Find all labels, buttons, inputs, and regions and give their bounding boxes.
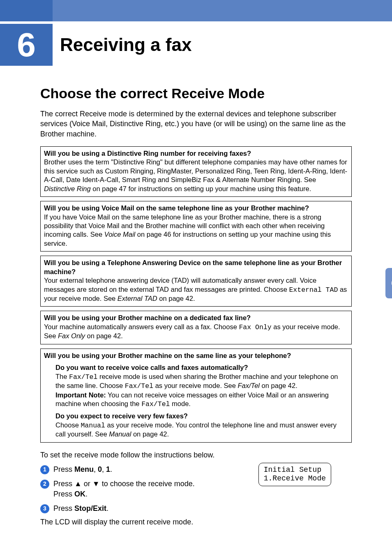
step-text: Press <box>53 465 74 473</box>
step-3: 3 Press Stop/Exit. <box>40 503 352 514</box>
body-text: Brother uses the term "Distinctive Ring"… <box>44 158 347 183</box>
body-text: The <box>55 373 69 380</box>
question-title: Will you be using your Brother machine o… <box>44 351 348 360</box>
down-arrow-icon: ▼ <box>92 480 100 488</box>
step-text: Press <box>53 504 74 512</box>
question-title: Will you be using a Distinctive Ring num… <box>44 149 348 158</box>
link-fax-only[interactable]: Fax Only <box>58 332 85 339</box>
body-text: Your machine automatically answers every… <box>44 323 239 330</box>
mono-text: Fax Only <box>239 323 271 331</box>
step-number-icon: 2 <box>40 480 49 489</box>
header-bar <box>0 0 392 21</box>
step-text: . <box>110 465 112 473</box>
question-box-distinctive-ring: Will you be using a Distinctive Ring num… <box>40 146 352 197</box>
link-distinctive-ring[interactable]: Distinctive Ring <box>44 185 91 192</box>
sub-question-title: Do you want to receive voice calls and f… <box>55 363 348 372</box>
question-box-voice-mail: Will you be using Voice Mail on the same… <box>40 201 352 252</box>
key-stop-exit: Stop/Exit <box>74 504 106 512</box>
body-text: Your external telephone answering device… <box>44 277 316 293</box>
step-number-icon: 1 <box>40 465 49 474</box>
up-arrow-icon: ▲ <box>74 480 82 488</box>
mono-text: Fax/Tel <box>69 373 97 381</box>
key-1: 1 <box>106 465 110 473</box>
body-text: on page 42. <box>85 332 123 339</box>
step-text: Press <box>53 490 74 498</box>
lcd-display: Initial Setup 1.Receive Mode <box>258 463 331 486</box>
body-text: on page 42. <box>260 382 297 389</box>
mono-text: External TAD <box>289 286 338 294</box>
body-text: on page 42. <box>157 295 195 302</box>
side-tab: 6 <box>385 268 392 298</box>
chapter-title: Receiving a fax <box>60 35 191 55</box>
intro-paragraph: The correct Receive mode is determined b… <box>40 109 352 139</box>
key-menu: Menu <box>74 465 94 473</box>
link-fax-tel[interactable]: Fax/Tel <box>238 382 260 389</box>
sub-question-auto: Do you want to receive voice calls and f… <box>44 363 348 409</box>
final-line: The LCD will display the current receive… <box>40 518 352 526</box>
question-title: Will you be using your Brother machine o… <box>44 314 348 322</box>
step-text: . <box>85 490 88 498</box>
step-text: , <box>94 465 98 473</box>
link-voice-mail[interactable]: Voice Mail <box>104 231 136 238</box>
key-0: 0 <box>98 465 102 473</box>
body-text: Choose <box>55 421 81 429</box>
step-text: to choose the receive mode. <box>100 480 195 488</box>
chapter-number: 6 <box>0 24 53 66</box>
body-text: mode. <box>170 400 190 407</box>
body-text: as your receive mode. See <box>153 382 238 389</box>
body-text: on page 42. <box>131 430 169 438</box>
key-ok: OK <box>74 490 85 498</box>
link-manual[interactable]: Manual <box>109 430 131 438</box>
mono-text: Fax/Tel <box>141 400 170 408</box>
step-text: , <box>102 465 106 473</box>
step-number-icon: 3 <box>40 504 49 513</box>
question-title: Will you be using a Telephone Answering … <box>44 259 348 276</box>
important-note-label: Important Note: <box>55 391 106 399</box>
question-box-dedicated-line: Will you be using your Brother machine o… <box>40 311 352 344</box>
step-text: Press <box>53 480 74 488</box>
mono-text: Fax/Tel <box>125 382 153 390</box>
question-title: Will you be using Voice Mail on the same… <box>44 204 348 212</box>
step-text: . <box>106 504 108 512</box>
mono-text: Manual <box>81 422 105 429</box>
body-text: on page 47 for instructions on setting u… <box>91 185 311 192</box>
set-instruction: To set the receive mode follow the instr… <box>40 451 352 459</box>
sub-question-title: Do you expect to receive very few faxes? <box>55 412 348 420</box>
page-footer: 41 <box>0 543 392 554</box>
link-external-tad[interactable]: External TAD <box>118 295 157 302</box>
question-box-tad: Will you be using a Telephone Answering … <box>40 256 352 307</box>
sub-question-few-faxes: Do you expect to receive very few faxes?… <box>44 412 348 439</box>
chapter-header: 6 Receiving a fax <box>0 24 392 66</box>
section-title: Choose the correct Receive Mode <box>40 85 352 102</box>
step-text: or <box>82 480 92 488</box>
question-box-same-line: Will you be using your Brother machine o… <box>40 349 352 443</box>
